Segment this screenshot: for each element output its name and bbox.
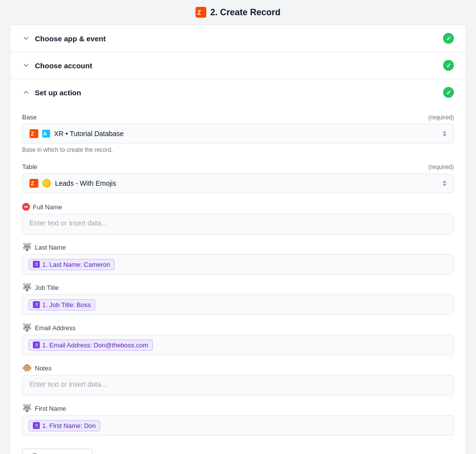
full-name-label: Full Name <box>33 203 62 211</box>
section-setup-action: Set up action Base (required) Z <box>10 79 466 454</box>
section-setup-action-header[interactable]: Set up action <box>10 79 466 106</box>
notes-section: 🐵 Notes Enter text or insert data... <box>22 364 454 396</box>
wolf-icon-4: 🐺 <box>22 404 32 412</box>
section-choose-account: Choose account <box>10 52 466 79</box>
zapier-icon: Z <box>196 7 206 18</box>
table-select-value: Leads - With Emojis <box>55 179 116 187</box>
notes-input[interactable]: Enter text or insert data... <box>22 375 454 396</box>
wolf-icon-2: 🐺 <box>22 284 32 291</box>
job-title-label-row: 🐺 Job Title <box>22 284 454 291</box>
last-name-value[interactable]: 1. Last Name: Cameron <box>22 254 454 275</box>
table-required: (required) <box>428 164 454 170</box>
svg-text:Z: Z <box>31 131 34 137</box>
airtable-icon: A <box>42 130 50 138</box>
section-setup-action-label: Set up action <box>35 88 81 97</box>
zapier-small-icon-2: Z <box>29 179 38 188</box>
svg-text:Z: Z <box>197 9 201 16</box>
base-label: Base <box>22 114 37 121</box>
first-name-label-row: 🐺 First Name <box>22 404 454 412</box>
page-title: 2. Create Record <box>210 7 280 18</box>
job-title-label: Job Title <box>35 284 58 291</box>
chevron-down-icon <box>22 34 30 42</box>
email-address-label-row: 🐺 Email Address <box>22 324 454 332</box>
zapier-small-icon: Z <box>29 129 38 138</box>
first-name-label: First Name <box>35 405 66 412</box>
full-name-label-row: Full Name <box>22 203 454 211</box>
section-choose-account-header[interactable]: Choose account <box>10 52 466 79</box>
tag-pill-icon-2 <box>33 301 40 308</box>
email-address-section: 🐺 Email Address 1. Email Address: Don@th… <box>22 324 454 355</box>
base-field-group: Base (required) Z A <box>22 114 454 153</box>
tag-pill-icon-1 <box>33 261 40 268</box>
base-select-left: Z A XR • Tutorial Database <box>29 129 124 138</box>
email-address-label: Email Address <box>35 324 76 332</box>
email-address-tag-text: 1. Email Address: Don@theboss.com <box>42 341 148 349</box>
refresh-fields-button[interactable]: Refresh fields <box>22 449 93 454</box>
section-choose-account-label: Choose account <box>35 61 92 70</box>
choose-app-check-icon <box>443 33 454 44</box>
section-choose-account-left: Choose account <box>22 61 92 70</box>
wolf-icon-1: 🐺 <box>22 243 32 251</box>
table-emoji-icon: 🟡 <box>42 179 51 188</box>
setup-action-check-icon <box>443 87 454 98</box>
full-name-input[interactable]: Enter text or insert data... <box>22 214 454 234</box>
email-address-tag: 1. Email Address: Don@theboss.com <box>28 340 153 351</box>
base-select-value: XR • Tutorial Database <box>54 130 124 138</box>
svg-text:A: A <box>43 131 47 137</box>
base-label-row: Base (required) <box>22 114 454 121</box>
notes-placeholder: Enter text or insert data... <box>29 380 107 388</box>
wolf-icon-3: 🐺 <box>22 324 32 332</box>
base-required: (required) <box>428 114 454 121</box>
table-select-left: Z 🟡 Leads - With Emojis <box>29 179 116 188</box>
table-sort-icon <box>443 180 447 186</box>
table-label: Table <box>22 163 37 170</box>
job-title-tag-text: 1. Job Title: Boss <box>42 301 91 309</box>
full-name-placeholder: Enter text or insert data... <box>29 219 107 227</box>
tag-pill-icon-3 <box>33 341 40 348</box>
section-setup-action-body: Base (required) Z A <box>10 106 466 454</box>
section-setup-action-left: Set up action <box>22 88 81 97</box>
notes-label: Notes <box>35 365 52 372</box>
base-select[interactable]: Z A XR • Tutorial Database <box>22 124 454 143</box>
job-title-tag: 1. Job Title: Boss <box>28 299 95 311</box>
section-choose-app-left: Choose app & event <box>22 34 106 43</box>
svg-text:Z: Z <box>31 181 34 186</box>
notes-emoji-icon: 🐵 <box>22 364 32 372</box>
full-name-section: Full Name Enter text or insert data... <box>22 203 454 234</box>
first-name-section: 🐺 First Name 1. First Name: Don <box>22 404 454 436</box>
last-name-label: Last Name <box>35 244 66 251</box>
chevron-down-icon-2 <box>22 61 30 69</box>
last-name-tag-text: 1. Last Name: Cameron <box>42 261 110 268</box>
section-choose-app: Choose app & event <box>10 25 466 52</box>
tag-pill-icon-4 <box>33 422 40 429</box>
table-field-group: Table (required) Z 🟡 Leads - With Emojis <box>22 163 454 193</box>
last-name-label-row: 🐺 Last Name <box>22 243 454 251</box>
main-container: Choose app & event Choose account Set up… <box>10 25 466 454</box>
notes-label-row: 🐵 Notes <box>22 364 454 372</box>
first-name-tag: 1. First Name: Don <box>28 420 100 431</box>
job-title-section: 🐺 Job Title 1. Job Title: Boss <box>22 284 454 315</box>
choose-account-check-icon <box>443 60 454 71</box>
email-address-value[interactable]: 1. Email Address: Don@theboss.com <box>22 335 454 355</box>
first-name-value[interactable]: 1. First Name: Don <box>22 415 454 436</box>
first-name-tag-text: 1. First Name: Don <box>42 422 96 429</box>
section-choose-app-label: Choose app & event <box>35 34 106 43</box>
table-label-row: Table (required) <box>22 163 454 170</box>
base-sort-icon <box>443 131 447 137</box>
section-choose-app-header[interactable]: Choose app & event <box>10 25 466 52</box>
last-name-tag: 1. Last Name: Cameron <box>28 259 114 270</box>
job-title-value[interactable]: 1. Job Title: Boss <box>22 294 454 315</box>
chevron-up-icon <box>22 88 30 96</box>
table-select[interactable]: Z 🟡 Leads - With Emojis <box>22 173 454 193</box>
last-name-section: 🐺 Last Name 1. Last Name: Cameron <box>22 243 454 275</box>
stop-icon <box>22 203 30 211</box>
base-hint: Base in which to create the record. <box>22 146 454 153</box>
page-header: Z 2. Create Record <box>0 0 476 25</box>
